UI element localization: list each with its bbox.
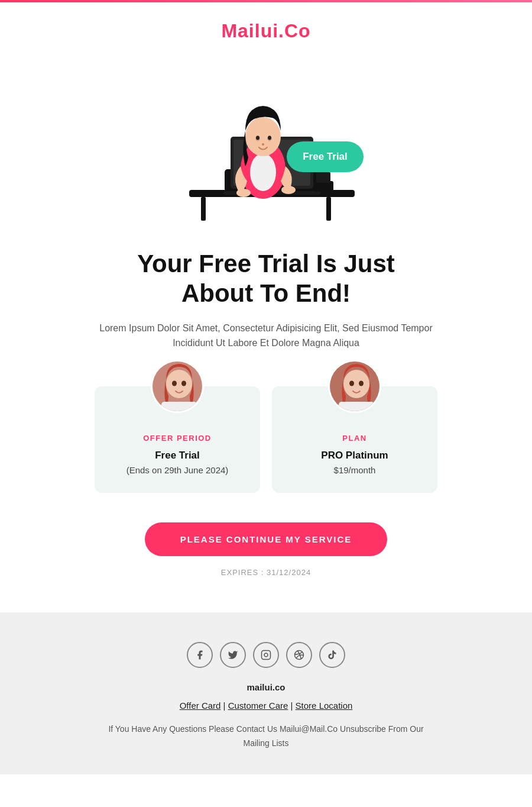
- continue-service-button[interactable]: PLEASE CONTINUE MY SERVICE: [145, 522, 388, 556]
- svg-point-12: [250, 153, 276, 191]
- svg-rect-31: [262, 650, 271, 659]
- svg-point-13: [245, 117, 281, 156]
- instagram-icon[interactable]: [253, 642, 279, 668]
- svg-rect-8: [316, 172, 330, 183]
- twitter-icon[interactable]: [220, 642, 246, 668]
- link-separator-1: |: [223, 701, 228, 711]
- subtext: Lorem Ipsum Dolor Sit Amet, Consectetur …: [95, 321, 437, 351]
- svg-point-25: [181, 380, 186, 386]
- card-subtitle-offer: (Ends on 29th June 2024): [106, 465, 248, 475]
- plan-card: PLAN PRO Platinum $19/month: [272, 386, 437, 493]
- main-content: Mailui.Co Free Trial: [0, 2, 532, 612]
- svg-point-20: [262, 143, 264, 146]
- svg-point-22: [166, 370, 192, 398]
- svg-rect-23: [161, 402, 197, 413]
- card-title-plan: PRO Platinum: [284, 450, 426, 461]
- card-avatar-1: [151, 360, 204, 413]
- svg-rect-2: [326, 197, 331, 221]
- svg-point-19: [268, 136, 271, 140]
- logo: Mailui.Co: [12, 20, 520, 42]
- facebook-icon[interactable]: [187, 642, 213, 668]
- cards-wrapper: OFFER PERIOD Free Trial (Ends on 29th Ju…: [12, 386, 520, 493]
- svg-point-27: [343, 370, 369, 398]
- hero-illustration: Free Trial: [154, 54, 378, 231]
- svg-point-18: [256, 136, 259, 140]
- footer-contact: If You Have Any Questions Please Contact…: [103, 722, 429, 751]
- expires-text: EXPIRES : 31/12/2024: [12, 568, 520, 577]
- footer-domain: mailui.co: [12, 682, 520, 692]
- headline: Your Free Trial Is Just About To End!: [89, 249, 443, 309]
- cards-row: OFFER PERIOD Free Trial (Ends on 29th Ju…: [12, 386, 520, 493]
- dribbble-icon[interactable]: [286, 642, 312, 668]
- card-label-plan: PLAN: [284, 434, 426, 443]
- card-label-offer: OFFER PERIOD: [106, 434, 248, 443]
- svg-point-24: [172, 380, 177, 386]
- svg-rect-1: [201, 197, 206, 221]
- svg-point-15: [281, 186, 296, 194]
- svg-point-30: [359, 380, 364, 386]
- social-icons: [12, 642, 520, 668]
- footer: mailui.co Offer Card | Customer Care | S…: [0, 612, 532, 774]
- svg-text:Free Trial: Free Trial: [303, 151, 348, 162]
- customer-care-link[interactable]: Customer Care: [228, 701, 288, 711]
- footer-links: Offer Card | Customer Care | Store Locat…: [12, 701, 520, 711]
- card-title-offer: Free Trial: [106, 450, 248, 461]
- card-subtitle-plan: $19/month: [284, 465, 426, 475]
- tiktok-icon[interactable]: [319, 642, 345, 668]
- store-location-link[interactable]: Store Location: [296, 701, 353, 711]
- svg-point-14: [236, 189, 251, 197]
- svg-rect-28: [339, 402, 374, 413]
- offer-period-card: OFFER PERIOD Free Trial (Ends on 29th Ju…: [95, 386, 260, 493]
- offer-card-link[interactable]: Offer Card: [180, 701, 221, 711]
- card-avatar-2: [328, 360, 381, 413]
- link-separator-2: |: [291, 701, 296, 711]
- svg-point-29: [349, 380, 354, 386]
